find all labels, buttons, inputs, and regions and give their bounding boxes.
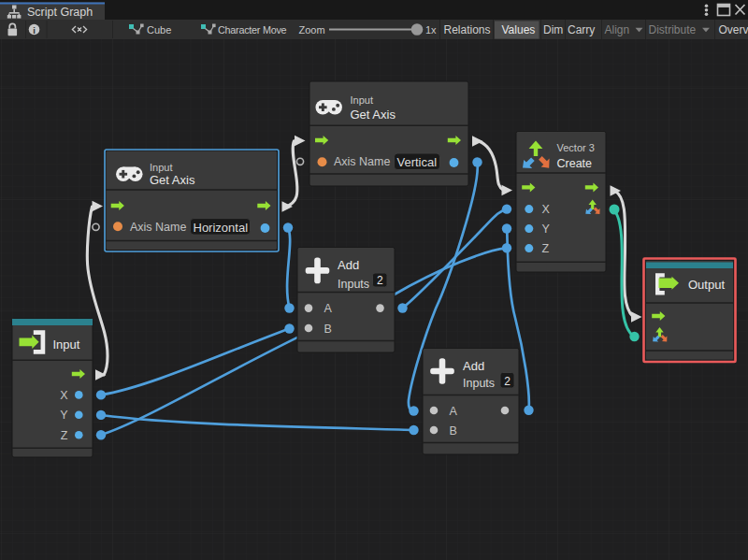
svg-text:Z: Z (61, 429, 68, 442)
svg-text:Axis Name: Axis Name (334, 155, 390, 168)
svg-text:Horizontal: Horizontal (194, 221, 249, 235)
svg-text:Add: Add (338, 258, 359, 272)
svg-text:Relations: Relations (444, 23, 491, 36)
svg-text:Input: Input (53, 337, 80, 352)
svg-text:2: 2 (377, 274, 383, 287)
svg-text:Values: Values (502, 23, 536, 36)
svg-text:Z: Z (542, 242, 550, 255)
svg-text:Vector 3: Vector 3 (557, 142, 595, 153)
svg-text:B: B (450, 424, 457, 438)
svg-text:Cube: Cube (147, 24, 171, 36)
svg-text:Overv: Overv (719, 23, 748, 36)
svg-text:Get Axis: Get Axis (150, 173, 195, 187)
svg-text:1x: 1x (425, 24, 437, 36)
svg-text:Inputs: Inputs (463, 377, 495, 390)
svg-text:Axis Name: Axis Name (130, 221, 186, 234)
svg-text:Add: Add (463, 359, 484, 373)
svg-text:Inputs: Inputs (338, 278, 369, 291)
svg-text:Vertical: Vertical (397, 155, 438, 169)
svg-text:Input: Input (351, 94, 373, 106)
svg-text:A: A (324, 302, 333, 315)
svg-text:Output: Output (688, 278, 725, 292)
svg-text:Get Axis: Get Axis (351, 108, 396, 122)
svg-text:A: A (450, 405, 458, 418)
svg-text:Zoom: Zoom (299, 24, 325, 36)
svg-text:Distribute: Distribute (649, 23, 697, 36)
svg-text:Carry: Carry (568, 23, 595, 36)
svg-text:Y: Y (60, 409, 68, 422)
svg-text:Align: Align (605, 23, 630, 36)
svg-text:Input: Input (150, 162, 172, 173)
svg-text:Y: Y (542, 223, 551, 236)
svg-text:Create: Create (557, 157, 593, 170)
svg-text:X: X (60, 389, 68, 402)
svg-text:i: i (33, 25, 36, 36)
svg-text:B: B (324, 323, 332, 336)
svg-text:2: 2 (504, 375, 511, 388)
svg-text:X: X (542, 203, 551, 216)
svg-text:Dim: Dim (543, 23, 563, 36)
svg-text:Script Graph: Script Graph (27, 6, 93, 19)
svg-text:Character Move: Character Move (218, 24, 287, 36)
